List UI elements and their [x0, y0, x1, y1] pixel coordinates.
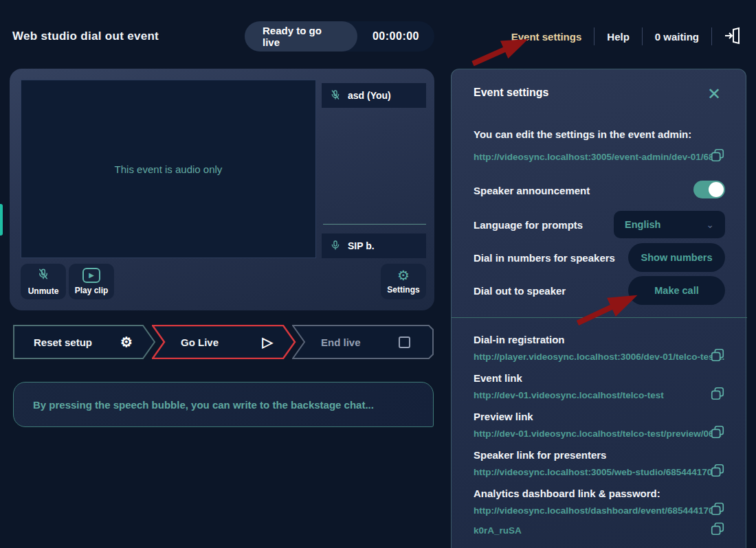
- link-label: Speaker link for presenters: [474, 449, 606, 461]
- nav-event-settings[interactable]: Event settings: [499, 31, 594, 43]
- panel-title: Event settings: [474, 87, 548, 99]
- timer: 00:00:00: [357, 30, 434, 43]
- participant-tile: asd (You): [322, 83, 426, 108]
- gear-icon: ⚙: [120, 335, 133, 349]
- nav-help[interactable]: Help: [594, 31, 642, 43]
- web-studio-app: Web studio dial out event Ready to go li…: [0, 0, 756, 548]
- mic-icon: [330, 239, 341, 253]
- make-call-label: Make call: [654, 285, 699, 296]
- play-clip-button[interactable]: ▶ Play clip: [69, 264, 114, 299]
- chat-placeholder: By pressing the speech bubble, you can w…: [33, 399, 374, 411]
- make-call-button[interactable]: Make call: [628, 276, 725, 305]
- speaker-announcement-label: Speaker announcement: [474, 185, 590, 196]
- play-clip-label: Play clip: [75, 286, 109, 295]
- go-live-button[interactable]: Go Live ▷: [152, 325, 296, 359]
- language-value: English: [625, 219, 660, 230]
- copy-icon[interactable]: [710, 521, 725, 539]
- link-label: Analytics dashboard link & password:: [474, 488, 660, 499]
- audio-only-message: This event is audio only: [115, 163, 223, 175]
- copy-icon[interactable]: [710, 148, 725, 165]
- video-area: This event is audio only: [21, 80, 316, 258]
- participant-divider: [323, 224, 426, 225]
- speaker-announcement-toggle[interactable]: [693, 181, 725, 198]
- dial-out-label: Dial out to speaker: [474, 285, 566, 297]
- link-url[interactable]: http://player.videosync.localhost:3006/d…: [474, 352, 724, 362]
- chevron-down-icon: ⌄: [706, 219, 714, 230]
- dial-in-label: Dial in numbers for speakers: [474, 252, 615, 264]
- end-live-label: End live: [321, 336, 361, 348]
- reset-setup-button[interactable]: Reset setup ⚙: [13, 325, 156, 359]
- event-settings-panel: Event settings ✕ You can edit the settin…: [451, 69, 746, 548]
- unmute-label: Unmute: [28, 286, 59, 296]
- participant-name: asd (You): [348, 90, 391, 101]
- language-label: Language for prompts: [474, 219, 583, 231]
- copy-icon[interactable]: [710, 386, 725, 404]
- copy-icon[interactable]: [710, 463, 725, 481]
- play-clip-icon: ▶: [82, 268, 100, 283]
- backstage-chat-input[interactable]: By pressing the speech bubble, you can w…: [13, 382, 434, 427]
- copy-icon[interactable]: [710, 424, 725, 442]
- page-title: Web studio dial out event: [12, 30, 159, 43]
- gear-icon: ⚙: [397, 269, 410, 282]
- copy-icon[interactable]: [710, 501, 725, 519]
- stage-settings-button[interactable]: ⚙ Settings: [381, 264, 426, 299]
- sidebar-edge-handle[interactable]: [0, 204, 3, 236]
- play-icon: ▷: [263, 335, 273, 349]
- show-numbers-label: Show numbers: [641, 252, 713, 263]
- section-divider: [452, 317, 747, 318]
- participant-tile: SIP b.: [322, 233, 426, 258]
- go-live-label: Go Live: [181, 336, 219, 348]
- status-pill: Ready to go live 00:00:00: [245, 21, 434, 52]
- close-icon[interactable]: ✕: [707, 86, 721, 102]
- nav-waiting-count[interactable]: 0 waiting: [643, 31, 711, 43]
- reset-setup-label: Reset setup: [34, 336, 92, 348]
- admin-link[interactable]: http://videosync.localhost:3005/event-ad…: [474, 152, 700, 162]
- status-label: Ready to go live: [245, 21, 357, 52]
- settings-label: Settings: [387, 285, 419, 295]
- link-label: Event link: [474, 372, 522, 384]
- toggle-knob: [709, 182, 724, 197]
- admin-note: You can edit the settings in the event a…: [474, 128, 691, 140]
- dashboard-password[interactable]: k0rA_ruSA: [474, 525, 522, 536]
- mic-muted-icon: [37, 267, 49, 284]
- link-url[interactable]: http://videosync.localhost:3005/web-stud…: [474, 467, 720, 477]
- link-label: Preview link: [474, 411, 533, 422]
- language-dropdown[interactable]: English ⌄: [614, 211, 725, 238]
- mic-muted-icon: [330, 89, 341, 103]
- copy-icon[interactable]: [710, 347, 725, 365]
- link-url[interactable]: http://dev-01.videosync.localhost/telco-…: [474, 390, 664, 400]
- show-numbers-button[interactable]: Show numbers: [628, 243, 725, 272]
- link-label: Dial-in registration: [474, 334, 565, 345]
- leave-event-icon[interactable]: [712, 27, 746, 47]
- participant-name: SIP b.: [348, 240, 375, 251]
- link-url[interactable]: http://dev-01.videosync.localhost/telco-…: [474, 429, 722, 439]
- end-live-button[interactable]: End live: [292, 325, 434, 359]
- stop-icon: [399, 336, 410, 348]
- link-url[interactable]: http://videosync.localhost/dashboard/eve…: [474, 505, 722, 516]
- unmute-button[interactable]: Unmute: [21, 264, 66, 299]
- top-navigation: Event settings Help 0 waiting: [499, 26, 746, 47]
